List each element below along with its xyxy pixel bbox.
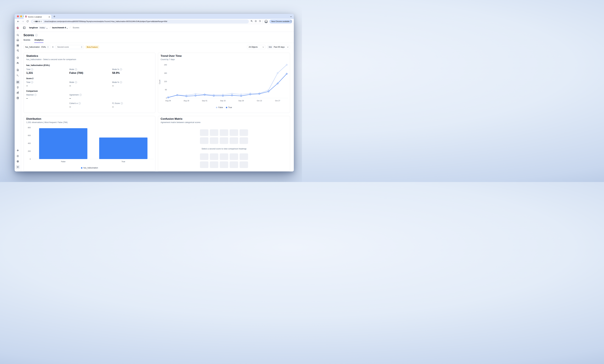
distribution-legend: has_hallucination <box>24 167 155 169</box>
stat-label-matched: Matched <box>26 94 34 96</box>
legend-label: has_hallucination <box>83 167 98 169</box>
confusion-placeholder-cell <box>239 153 248 160</box>
beta-feature-badge: Beta Feature <box>85 45 99 49</box>
confusion-placeholder-cell <box>230 153 238 160</box>
confusion-grid-row <box>200 161 248 168</box>
browser-window: Scores | Langfuse <box>15 14 294 172</box>
distribution-bar-chart[interactable]: 0200400600800FalseTrue <box>24 126 156 164</box>
clear-score1-button[interactable]: ✕ <box>52 46 54 48</box>
trend-line-chart[interactable]: 060120180240CountAug 04Aug 18Sep 01Sep 1… <box>158 61 290 103</box>
app-sidebar: M <box>15 32 21 172</box>
object-type-select[interactable]: All Objects <box>247 45 265 49</box>
sidebar-item-datasets[interactable] <box>16 96 20 100</box>
help-icon[interactable]: ? <box>120 81 122 83</box>
confusion-placeholder-message: Select a second score to view comparison… <box>161 145 287 152</box>
url-text: cloud.langfuse.com/project/cmhnuoj660007… <box>44 20 167 22</box>
langfuse-logo-icon[interactable] <box>16 26 19 30</box>
help-icon[interactable]: ? <box>75 81 77 83</box>
site-info-chip[interactable] <box>33 20 43 23</box>
confusion-placeholder-cell <box>220 129 228 136</box>
chevron-down-icon <box>262 46 264 48</box>
score2-section-label: Score 2 <box>26 77 33 80</box>
sidebar-item-settings[interactable] <box>16 154 20 158</box>
score1-section-label: has_hallucination (EVAL) <box>26 64 50 66</box>
stat-f1: -- <box>112 105 114 108</box>
sidebar-item-sessions[interactable] <box>16 56 20 60</box>
browser-tab[interactable]: Scores | Langfuse <box>24 15 51 19</box>
svg-text:Oct 13: Oct 13 <box>257 100 262 102</box>
svg-text:Sep 29: Sep 29 <box>239 100 244 102</box>
score1-value: has_hallucination · EVAL <box>25 46 46 48</box>
new-tab-button[interactable] <box>53 15 55 18</box>
minimize-window-button[interactable] <box>20 15 22 17</box>
svg-text:Count: Count <box>159 80 161 84</box>
confusion-placeholder-cell <box>200 153 208 160</box>
help-icon[interactable]: ? <box>120 68 122 71</box>
statistics-card: Statistics has_hallucination - Select a … <box>24 53 155 113</box>
sidebar-item-evaluation[interactable] <box>16 85 20 90</box>
confusion-matrix-card: Confusion Matrix Agreement matrix betwee… <box>158 116 290 172</box>
profile-avatar[interactable] <box>264 20 268 23</box>
close-window-button[interactable] <box>17 15 19 17</box>
new-chrome-button[interactable]: New Chrome available <box>269 20 292 24</box>
trend-over-time-card: Trend Over Time Count by 7 days 06012018… <box>158 53 290 113</box>
bookmark-star-icon[interactable] <box>254 20 257 23</box>
sidebar-item-whats-new[interactable] <box>16 148 20 153</box>
distribution-subtitle: 1,331 observations | Most frequent: Fals… <box>26 121 67 124</box>
range-chip: 90d <box>268 46 273 48</box>
project-chevron-icon[interactable] <box>66 27 68 30</box>
address-bar[interactable]: cloud.langfuse.com/project/cmhnuoj660007… <box>31 20 249 24</box>
sidebar-item-annotation[interactable] <box>16 91 20 95</box>
legend-dot <box>226 107 227 108</box>
page-title: Scores i <box>24 33 38 37</box>
legend-dot <box>81 167 82 169</box>
help-icon[interactable]: ? <box>31 68 33 71</box>
info-icon[interactable]: i <box>35 34 38 36</box>
forward-button[interactable] <box>21 20 25 23</box>
statistics-subtitle: has_hallucination - Select a second scor… <box>26 58 76 61</box>
zoom-icon[interactable] <box>251 20 253 23</box>
back-button[interactable] <box>16 20 20 23</box>
tab-analytics[interactable]: Analytics <box>34 39 43 43</box>
extensions-icon[interactable] <box>259 20 261 23</box>
score1-select[interactable]: has_hallucination · EVAL <box>24 45 50 49</box>
svg-text:Oct 27: Oct 27 <box>275 100 280 102</box>
sidebar-item-tracing[interactable] <box>16 49 20 53</box>
sidebar-item-home[interactable] <box>16 38 20 42</box>
sidebar-item-support[interactable] <box>16 159 20 163</box>
sidebar-item-playground[interactable] <box>16 73 20 77</box>
plan-badge[interactable]: Hobby <box>38 26 46 29</box>
stat-label-total: Total <box>26 81 30 83</box>
org-name[interactable]: langfuse <box>29 26 38 29</box>
stat-label-cohens-k: Cohen's κ <box>69 102 78 104</box>
range-label: Past 90 days <box>274 46 285 48</box>
sidebar-item-users[interactable] <box>16 61 20 65</box>
reload-button[interactable] <box>26 20 29 23</box>
date-range-select[interactable]: 90d Past 90 days <box>267 45 290 49</box>
sidebar-item-search[interactable] <box>16 33 20 37</box>
svg-text:200: 200 <box>28 150 31 152</box>
tab-close-icon[interactable] <box>49 15 50 18</box>
help-icon[interactable]: ? <box>31 81 33 83</box>
sidebar-item-prompts[interactable] <box>16 68 20 72</box>
tab-list-chevron-icon[interactable] <box>290 15 292 18</box>
help-icon[interactable]: ? <box>34 94 37 96</box>
help-icon[interactable]: ? <box>75 68 77 71</box>
org-chevron-icon[interactable] <box>46 27 48 30</box>
help-icon[interactable]: ? <box>78 102 81 104</box>
sidebar-item-scores[interactable] <box>16 80 20 84</box>
redacted-block <box>35 21 38 22</box>
tab-scores[interactable]: Scores <box>24 39 30 43</box>
kebab-menu-icon[interactable] <box>291 20 291 23</box>
help-icon[interactable]: ? <box>121 102 123 104</box>
sidebar-toggle-icon[interactable] <box>23 26 26 30</box>
help-icon[interactable]: ? <box>79 94 82 96</box>
project-name[interactable]: launchweek-4 <box>52 26 66 29</box>
score2-select[interactable]: Second score <box>56 45 84 49</box>
stat-label-mode-pct: Mode % <box>112 68 119 71</box>
trend-legend: FalseTrue <box>158 106 290 109</box>
sidebar-item-dashboards[interactable] <box>16 43 20 48</box>
user-avatar[interactable]: M <box>16 165 20 169</box>
svg-text:600: 600 <box>28 135 31 136</box>
legend-item: has_hallucination <box>81 167 98 169</box>
